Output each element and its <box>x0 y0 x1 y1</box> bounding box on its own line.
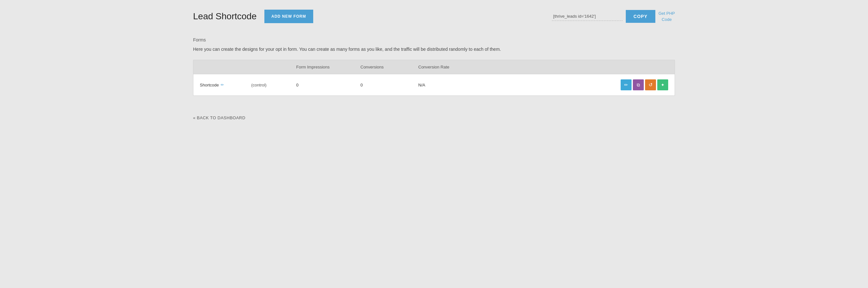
row-conversion-rate: N/A <box>418 83 483 87</box>
table-header: Form Impressions Conversions Conversion … <box>193 60 675 74</box>
row-actions: ✏ ⧉ ↺ ✦ <box>621 79 668 90</box>
get-php-link[interactable]: Get PHPCode <box>658 10 675 23</box>
back-to-dashboard-link[interactable]: « BACK TO DASHBOARD <box>193 115 245 120</box>
col-header-conversions: Conversions <box>361 65 418 69</box>
table-row: Shortcode ✏ (control) 0 0 N/A ✏ ⧉ ↺ ✦ <box>193 74 675 95</box>
col-header-name <box>200 65 251 69</box>
forms-section-label: Forms <box>193 37 675 42</box>
reset-button[interactable]: ↺ <box>645 79 656 90</box>
add-new-form-button[interactable]: ADD NEW FORM <box>265 10 313 23</box>
forms-table: Form Impressions Conversions Conversion … <box>193 60 675 96</box>
col-header-impressions: Form Impressions <box>296 65 361 69</box>
page-title: Lead Shortcode <box>193 11 257 22</box>
col-header-control <box>251 65 296 69</box>
col-header-rate: Conversion Rate <box>418 65 483 69</box>
row-name-text: Shortcode <box>200 83 219 87</box>
copy-button[interactable]: COPY <box>626 10 655 23</box>
footer: « BACK TO DASHBOARD <box>193 115 675 120</box>
row-control: (control) <box>251 83 296 87</box>
forms-description: Here you can create the designs for your… <box>193 46 675 53</box>
edit-button[interactable]: ✏ <box>621 79 631 90</box>
row-name-cell: Shortcode ✏ <box>200 83 251 87</box>
shortcode-input[interactable] <box>552 12 623 21</box>
inline-edit-icon[interactable]: ✏ <box>221 83 224 87</box>
clone-button[interactable]: ⧉ <box>633 79 644 90</box>
row-impressions: 0 <box>296 83 361 87</box>
row-conversions: 0 <box>361 83 418 87</box>
delete-button[interactable]: ✦ <box>657 79 668 90</box>
